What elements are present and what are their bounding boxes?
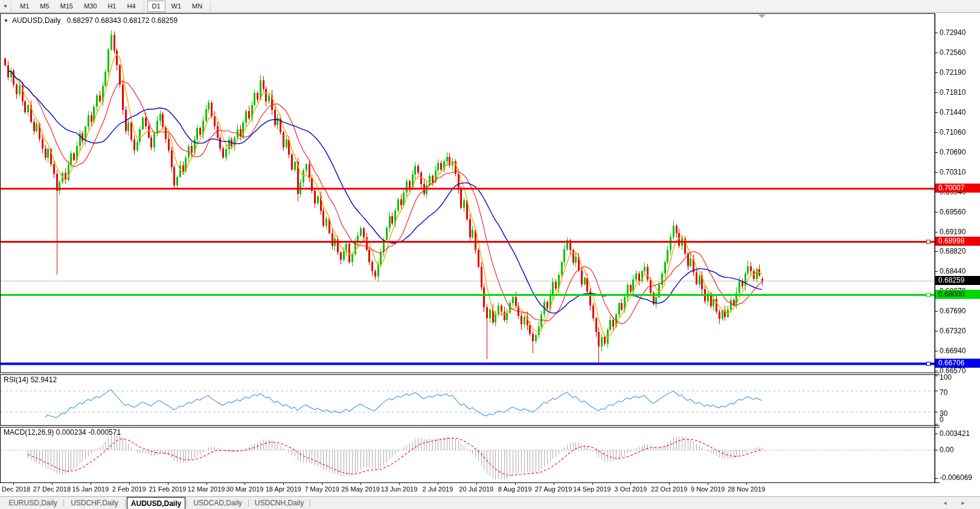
tab-scroll-left-icon[interactable]: ◄ — [939, 497, 951, 509]
macd-indicator-label: MACD(12,26,9) 0.000234 -0.000571 — [4, 428, 121, 437]
date-axis-label: 8 Aug 2019 — [498, 485, 532, 493]
date-axis-label: 27 Dec 2018 — [33, 485, 71, 493]
tab-usdcnh[interactable]: USDCNH,Daily — [250, 497, 309, 509]
price-axis-tick: 0.69190 — [940, 228, 966, 236]
tab-eurusd[interactable]: EURUSD,Daily — [4, 497, 62, 509]
tab-usdchf[interactable]: USDCHF,Daily — [65, 497, 124, 509]
chart-symbol-label: AUDUSD,Daily — [12, 16, 61, 25]
chart-window: ▼AUDUSD,Daily0.68297 0.68343 0.68172 0.6… — [0, 0, 980, 509]
date-axis-label: 12 Mar 2019 — [188, 485, 225, 493]
date-axis-label: 2 Feb 2019 — [112, 485, 146, 493]
date-axis-label: 15 Jan 2019 — [72, 485, 109, 493]
date-axis-label: 27 Aug 2019 — [535, 485, 572, 493]
tab-separator — [248, 499, 249, 507]
price-axis-tick: 0.71440 — [940, 108, 966, 117]
date-axis-label: 14 Sep 2019 — [573, 485, 610, 493]
date-axis-label: 8 Dec 2018 — [0, 485, 30, 493]
macd-axis-tick: 0.00 — [940, 446, 953, 454]
date-axis-label: 3 Oct 2019 — [614, 485, 647, 493]
date-axis-label: 7 May 2019 — [304, 485, 339, 493]
price-axis-tick: 0.72940 — [940, 28, 966, 37]
price-axis-tick: 0.67320 — [940, 327, 966, 335]
rsi-axis-tick: 100 — [940, 373, 952, 382]
symbol-tabs: EURUSD,DailyUSDCHF,DailyAUDUSD,DailyUSDC… — [4, 497, 312, 509]
price-axis-tick: 0.70310 — [940, 168, 966, 176]
price-line-tag: 0.70007 — [935, 184, 980, 193]
tab-scroll-right-icon[interactable]: ► — [957, 497, 969, 509]
price-axis-tick: 0.66940 — [940, 347, 966, 355]
price-line-tag: 0.68998 — [935, 237, 980, 246]
macd-axis-tick: 0.003421 — [940, 429, 970, 438]
rsi-axis-tick: 0 — [940, 415, 944, 424]
rsi-axis-tick: 70 — [940, 388, 947, 397]
price-axis-tick: 0.67690 — [940, 307, 966, 315]
tab-usdcad[interactable]: USDCAD,Daily — [188, 497, 247, 509]
chart-title: ▼AUDUSD,Daily0.68297 0.68343 0.68172 0.6… — [4, 16, 178, 25]
date-axis-label: 18 Apr 2019 — [266, 485, 301, 493]
date-axis-label: 9 Nov 2019 — [691, 485, 725, 493]
tab-audusd[interactable]: AUDUSD,Daily — [127, 497, 185, 509]
price-chart-canvas[interactable] — [0, 13, 980, 496]
price-axis-tick: 0.71810 — [940, 88, 966, 97]
price-axis-tick: 0.71060 — [940, 128, 966, 136]
date-axis-label: 22 Oct 2019 — [651, 485, 687, 493]
macd-axis-tick: -0.006069 — [940, 473, 972, 482]
rsi-indicator-label: RSI(14) 52.9412 — [4, 376, 57, 384]
date-axis-label: 28 Nov 2019 — [728, 485, 765, 493]
date-axis-label: 25 May 2019 — [341, 485, 380, 493]
price-line-tag: 0.68000 — [935, 290, 980, 299]
price-axis-tick: 0.72190 — [940, 68, 966, 77]
tab-separator — [310, 499, 310, 507]
date-axis-label: 20 Jul 2019 — [459, 485, 493, 493]
price-axis-tick: 0.70690 — [940, 148, 966, 156]
tab-separator — [63, 499, 64, 507]
date-axis-label: 13 Jun 2019 — [381, 485, 418, 493]
symbol-tab-bar: EURUSD,DailyUSDCHF,DailyAUDUSD,DailyUSDC… — [0, 496, 980, 509]
tab-separator — [125, 499, 126, 507]
date-axis-label: 21 Feb 2019 — [149, 485, 187, 493]
chart-collapse-icon[interactable]: ▼ — [4, 18, 8, 24]
date-axis-label: 2 Jul 2019 — [423, 485, 453, 493]
price-axis-tick: 0.68820 — [940, 247, 966, 255]
price-axis-tick: 0.69560 — [940, 208, 966, 216]
tab-separator — [187, 499, 187, 507]
current-price-tag: 0.68259 — [935, 276, 980, 285]
price-axis-tick: 0.68440 — [940, 267, 966, 275]
date-axis-label: 30 Mar 2019 — [226, 485, 264, 493]
price-axis-tick: 0.72560 — [940, 48, 966, 57]
chart-ohlc-values: 0.68297 0.68343 0.68172 0.68259 — [67, 16, 178, 25]
price-line-tag: 0.66706 — [935, 359, 980, 368]
